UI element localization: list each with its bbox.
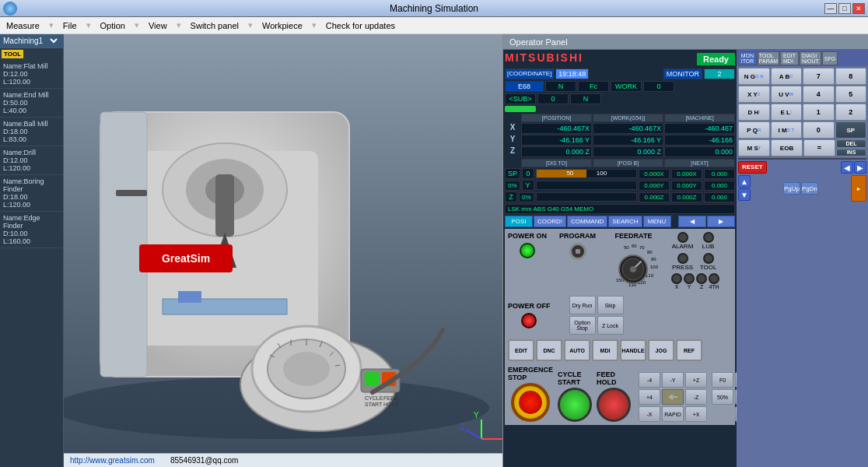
minimize-button[interactable]: — xyxy=(824,3,837,14)
key-equals[interactable]: = xyxy=(803,139,835,156)
tab-monitor[interactable]: MONITOR xyxy=(738,51,757,65)
menu-file[interactable]: File xyxy=(60,19,80,32)
key-ab[interactable]: A BC xyxy=(771,68,803,85)
jog-minus-y[interactable]: -Y xyxy=(662,372,684,388)
power-on-led[interactable] xyxy=(520,243,535,258)
jog-minus4[interactable]: -4 xyxy=(639,372,660,388)
mode-jog[interactable]: JOG xyxy=(648,339,674,361)
arrow-left[interactable]: ◀ xyxy=(841,161,853,174)
key-ms[interactable]: M ST xyxy=(738,139,770,156)
arrow-up[interactable]: ▲ xyxy=(738,175,751,188)
tool-item-5[interactable]: Name:Edge Finder D:10.00 L:160.00 xyxy=(0,212,63,248)
key-2[interactable]: 2 xyxy=(835,104,867,121)
z-lock-btn[interactable]: Z Lock xyxy=(597,316,624,335)
maximize-button[interactable]: □ xyxy=(838,3,851,14)
feed-50-btn[interactable]: 50% xyxy=(712,389,733,405)
power-off-label: POWER OFF xyxy=(508,302,551,310)
tool-item-2[interactable]: Name:Ball Mill D:18.00 L:83.00 xyxy=(0,118,63,146)
arrow-right[interactable]: ▶ xyxy=(854,161,866,174)
mode-edit[interactable]: EDIT xyxy=(508,339,534,361)
key-ng[interactable]: N GO N xyxy=(738,68,770,85)
mode-dnc[interactable]: DNC xyxy=(536,339,562,361)
nav-search[interactable]: SEARCH xyxy=(608,216,642,227)
page-up-btn[interactable]: PgUp xyxy=(783,182,800,195)
arrow-down[interactable]: ▼ xyxy=(738,188,751,201)
feedrate-label: FEEDRATE xyxy=(615,232,653,240)
tab-sfg[interactable]: SFG xyxy=(822,51,838,65)
key-el[interactable]: E L! xyxy=(771,104,803,121)
mode-auto[interactable]: AUTO xyxy=(564,339,590,361)
power-off-led[interactable] xyxy=(521,313,537,328)
work-label: WORK xyxy=(611,81,642,92)
cycle-start-btn[interactable] xyxy=(558,388,592,422)
tool-item-4[interactable]: Name:Boring Finder D:18.00 L:120.00 xyxy=(0,175,63,212)
tab-diag[interactable]: DIAGIN/OUT xyxy=(800,51,821,65)
status-indicator xyxy=(505,106,536,112)
monitor-tabs-row: MONITOR TOOLPARAM EDITMDI DIAGIN/OUT SFG xyxy=(737,50,868,66)
lub-label: LUB xyxy=(697,243,719,250)
key-pq[interactable]: P QR xyxy=(738,121,770,139)
feed-hold-btn[interactable] xyxy=(597,388,631,422)
key-4[interactable]: 4 xyxy=(803,86,835,103)
right-keypad-area: MONITOR TOOLPARAM EDITMDI DIAGIN/OUT SFG… xyxy=(737,50,868,467)
dry-run-btn[interactable]: Dry Run xyxy=(569,296,596,314)
mode-mdi[interactable]: MDI xyxy=(592,339,618,361)
panel-select[interactable] xyxy=(43,36,60,46)
menu-measure[interactable]: Measure xyxy=(3,19,43,32)
page-dn-btn[interactable]: PgDn xyxy=(801,182,818,195)
tool-item-0[interactable]: Name:Flat Mill D:12.00 L:120.00 xyxy=(0,60,63,89)
tab-edit-mdi[interactable]: EDITMDI xyxy=(780,51,799,65)
key-1[interactable]: 1 xyxy=(803,104,835,121)
key-0[interactable]: 0 xyxy=(803,121,835,139)
key-dh[interactable]: D HI xyxy=(738,104,770,121)
right-nav-btn[interactable]: ► xyxy=(851,175,866,202)
key-xy[interactable]: X YZ xyxy=(738,86,770,103)
menu-workpiece[interactable]: Workpiece xyxy=(259,19,306,32)
key-im[interactable]: I MS T xyxy=(771,121,803,139)
jog-plus-x[interactable]: +X xyxy=(685,406,707,422)
tool-label: TOOL xyxy=(697,264,719,271)
menu-view[interactable]: View xyxy=(145,19,170,32)
skip-btn[interactable]: Skip xyxy=(597,296,624,314)
key-sp[interactable]: SP xyxy=(835,121,867,139)
x-axis-label: X xyxy=(505,123,520,134)
jog-rapid[interactable]: RAPID xyxy=(662,406,684,422)
jog-minus-z[interactable]: -Z xyxy=(685,389,707,405)
close-button[interactable]: ✕ xyxy=(852,3,865,14)
key-uv[interactable]: U VW xyxy=(771,86,803,103)
jog-section: -4 -Y +Z +4 -Z xyxy=(639,372,707,422)
jog-plus4[interactable]: +4 xyxy=(639,389,660,405)
jog-minus-x[interactable]: -X xyxy=(639,406,660,422)
tool-item-1[interactable]: Name:End Mill D:50.00 L:40.00 xyxy=(0,89,63,118)
key-ins[interactable]: INS xyxy=(836,149,866,157)
mode-handle[interactable]: HANDLE xyxy=(620,339,646,361)
title-bar: Machining Simulation — □ ✕ xyxy=(0,0,868,17)
jog-plus-z[interactable]: +Z xyxy=(685,372,707,388)
nav-menu[interactable]: MENU xyxy=(643,216,671,227)
key-8[interactable]: 8 xyxy=(835,68,867,85)
nav-coord[interactable]: COORD! xyxy=(534,216,566,227)
feed-f0-btn[interactable]: F0 xyxy=(712,372,733,388)
nav-next[interactable]: ▶ xyxy=(707,216,735,227)
menu-check-updates[interactable]: Check for updates xyxy=(323,19,398,32)
menu-switch-panel[interactable]: Switch panel xyxy=(187,19,242,32)
key-eob[interactable]: EOB xyxy=(771,139,803,156)
key-7[interactable]: 7 xyxy=(803,68,835,85)
window-title: Machining Simulation xyxy=(390,3,478,14)
emergency-stop-btn[interactable] xyxy=(511,383,550,422)
tab-tool-param[interactable]: TOOLPARAM xyxy=(758,51,779,65)
tool-item-3[interactable]: Name:Drill D:12.00 L:120.00 xyxy=(0,146,63,175)
program-key-switch[interactable] xyxy=(569,243,586,260)
nav-prev[interactable]: ◀ xyxy=(678,216,706,227)
mode-ref[interactable]: REF xyxy=(676,339,702,361)
key-5[interactable]: 5 xyxy=(835,86,867,103)
website-link[interactable]: http://www.greatsim.com xyxy=(70,456,155,465)
nav-command[interactable]: COMMAND xyxy=(567,216,607,227)
reset-button[interactable]: RESET xyxy=(738,161,767,174)
nav-posi[interactable]: POSI xyxy=(505,216,533,227)
op-panel-header: Operator Panel xyxy=(503,34,868,50)
option-stop-btn[interactable]: Option Stop xyxy=(569,316,596,335)
key-del[interactable]: DEL xyxy=(836,139,866,148)
menu-option[interactable]: Option xyxy=(97,19,128,32)
cycle-start-section: CYCLE START xyxy=(558,370,592,422)
